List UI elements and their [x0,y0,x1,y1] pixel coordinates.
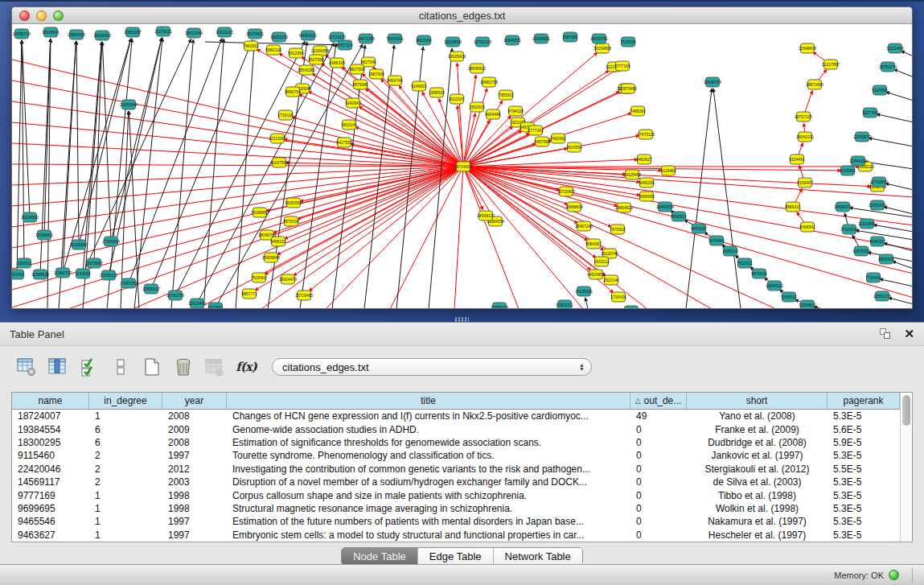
graph-node-teal[interactable]: 10975887 [85,258,103,268]
graph-node-yellow[interactable]: 16914479 [279,274,297,284]
graph-node-yellow[interactable]: 9777169 [614,61,630,71]
graph-node-yellow[interactable]: 2803144 [341,120,357,130]
graph-node-yellow[interactable]: 2967608 [368,69,384,79]
graph-node-yellow[interactable]: 9463627 [636,154,652,164]
graph-node-teal[interactable]: 16053309 [270,32,288,42]
graph-node-yellow[interactable]: 10025458 [623,170,641,179]
graph-node-yellow[interactable]: 18543382 [298,65,315,75]
graph-node-teal[interactable]: 8471626 [751,269,767,278]
graph-node-teal[interactable]: 19218506 [444,37,462,47]
table-cell[interactable]: 1998 [162,490,227,501]
graph-node-yellow[interactable]: 5912954 [288,48,304,58]
table-cell[interactable]: de Silva et al. (2003) [687,476,827,488]
graph-node-teal[interactable]: 10210841 [858,219,876,229]
graph-node-teal[interactable]: 20085931 [532,34,550,43]
graph-node-teal[interactable]: 8813054 [416,35,432,45]
graph-node-teal[interactable]: 8825639 [878,254,894,264]
table-cell[interactable]: 2003 [162,476,227,488]
graph-node-yellow[interactable]: 9115460 [660,166,676,175]
graph-node-yellow[interactable]: 3624554 [566,142,582,152]
table-row[interactable]: 2242004622012Investigating the contribut… [12,463,900,476]
graph-node-teal[interactable]: 16274921 [246,29,264,39]
graph-node-teal[interactable]: 13276021 [154,27,172,36]
graph-node-yellow[interactable]: 7485063 [630,106,646,116]
table-cell[interactable]: 6 [89,424,162,435]
column-header-pagerank[interactable]: pagerank [827,393,900,409]
graph-node-teal[interactable]: 2687682 [562,32,578,42]
graph-node-teal[interactable]: 9227343 [862,108,878,117]
table-cell[interactable]: 2008 [162,437,227,448]
graph-node-teal[interactable]: 12923468 [188,299,206,308]
tab-edge-table[interactable]: Edge Table [418,548,494,565]
graph-node-yellow[interactable]: 9857771 [241,289,257,299]
graph-node-teal[interactable]: 17957253 [120,278,138,288]
graph-node-teal[interactable]: 11675309 [852,246,870,256]
graph-node-teal[interactable]: 9129966 [872,85,888,95]
graph-node-teal[interactable]: 19106419 [93,31,111,40]
table-cell[interactable]: 1 [89,529,162,541]
graph-node-yellow[interactable]: 3777163 [528,126,544,135]
graph-node-yellow[interactable]: 7975602 [610,225,626,234]
table-cell[interactable]: Estimation of significance thresholds fo… [227,437,630,448]
graph-node-teal[interactable]: 1350811 [16,258,31,268]
table-cell[interactable]: 0 [630,463,687,475]
minimize-button[interactable] [36,10,47,21]
table-cell[interactable]: Dudbridge et al. (2008) [687,437,827,448]
graph-node-teal[interactable]: 13929201 [556,300,573,309]
graph-node-yellow[interactable]: 9146821 [411,81,427,91]
zoom-button[interactable] [53,10,64,21]
table-cell[interactable]: 1 [89,490,162,501]
table-cell[interactable]: 9465546 [12,516,89,527]
float-panel-button[interactable] [878,328,893,340]
graph-node-teal[interactable]: 8938923 [671,212,687,221]
graph-node-yellow[interactable]: 7625402 [251,273,267,282]
graph-node-yellow[interactable]: 8878334 [283,216,299,226]
graph-node-yellow[interactable]: 15720407 [557,187,575,196]
table-cell[interactable]: 0 [630,529,687,541]
graph-node-teal[interactable]: 10958108 [491,303,508,309]
table-cell[interactable]: 18724007 [12,410,89,422]
graph-node-teal[interactable]: 10551276 [873,291,891,301]
graph-node-yellow[interactable]: 3527508 [308,55,324,64]
graph-node-teal[interactable]: 20691406 [68,30,85,39]
table-cell[interactable]: 5.3E-5 [827,450,900,461]
graph-node-teal[interactable]: 7832621 [737,258,753,268]
table-cell[interactable]: 1997 [162,516,227,527]
graph-node-yellow[interactable]: 9699695 [639,192,655,201]
graph-node-teal[interactable]: 8215955 [840,166,856,175]
table-cell[interactable]: 6 [89,437,162,448]
graph-node-yellow[interactable]: 16042311 [796,132,814,142]
graph-node-yellow[interactable]: 16154808 [593,43,611,53]
graph-node-teal[interactable]: 11568529 [31,270,49,279]
graph-node-yellow[interactable]: 8159497 [797,178,813,187]
tab-network-table[interactable]: Network Table [494,548,582,565]
graph-node-teal[interactable]: 16030781 [590,34,608,43]
close-panel-button[interactable]: ✕ [904,328,914,340]
table-row[interactable]: 1456911722003Disruption of a novel membe… [12,476,900,488]
network-canvas[interactable]: 1872400774638225960128591295422260558352… [12,24,913,309]
graph-node-yellow[interactable]: 9498222 [270,237,286,246]
table-row[interactable]: 969969511998Structural magnetic resonanc… [12,502,900,515]
column-header-short[interactable]: short [687,393,827,409]
table-cell[interactable]: 2 [89,463,162,475]
table-cell[interactable]: Changes of HCN gene expression and I(f) … [227,410,630,422]
table-cell[interactable]: 5.3E-5 [827,490,900,501]
table-cell[interactable]: 9699695 [12,503,89,514]
table-row[interactable]: 1872400712008Changes of HCN gene express… [12,410,900,422]
graph-node-teal[interactable]: 13342757 [54,268,72,278]
table-cell[interactable]: 1 [89,503,162,514]
table-cell[interactable]: 5.3E-5 [827,503,900,514]
table-cell[interactable]: Genome-wide association studies in ADHD. [227,424,630,435]
graph-node-yellow[interactable]: 9794028 [507,106,524,116]
graph-node-yellow[interactable]: 8096541 [799,222,815,232]
table-cell[interactable]: Stergiakouli et al. (2012) [687,463,827,475]
graph-node-yellow[interactable]: 1588520 [429,88,445,97]
table-cell[interactable]: 5.3E-5 [827,516,900,527]
table-row[interactable]: 946362711997Embryonic stem cells: a mode… [12,529,900,542]
table-cell[interactable]: 9115460 [12,450,89,461]
graph-node-teal[interactable]: 10919115 [216,27,233,37]
graph-node-teal[interactable]: 10854112 [766,281,783,290]
graph-node-yellow[interactable]: 2718126 [277,110,294,120]
graph-node-teal[interactable]: 15751074 [879,62,897,72]
graph-node-teal[interactable]: 18412044 [185,28,203,38]
